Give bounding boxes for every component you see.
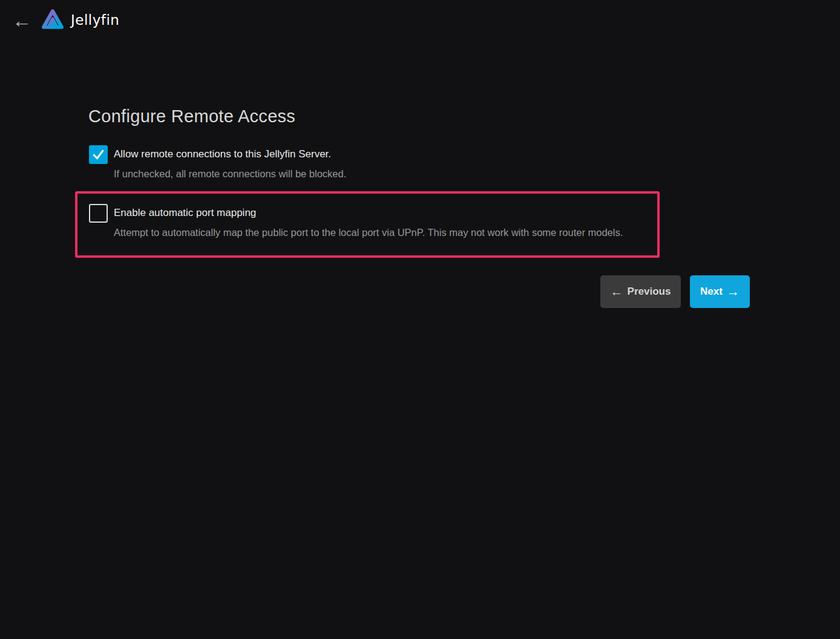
setup-wizard-page: ← Jellyfin Configure Remote Access: [0, 0, 840, 639]
highlight-annotation-box: Enable automatic port mapping Attempt to…: [75, 191, 660, 258]
arrow-right-icon: →: [727, 285, 740, 298]
allow-remote-connections-checkbox[interactable]: [89, 145, 108, 164]
jellyfin-logo-icon: [40, 5, 65, 34]
option-enable-port-mapping: Enable automatic port mapping Attempt to…: [89, 204, 623, 239]
option-allow-remote-connections: Allow remote connections to this Jellyfi…: [89, 145, 346, 180]
page-title: Configure Remote Access: [88, 106, 295, 126]
checkmark-icon: [92, 148, 105, 161]
option-label[interactable]: Enable automatic port mapping: [114, 206, 623, 220]
back-arrow-icon: ←: [12, 11, 31, 30]
app-name: Jellyfin: [71, 12, 119, 28]
header: ← Jellyfin: [0, 0, 840, 40]
option-texts: Allow remote connections to this Jellyfi…: [114, 145, 346, 180]
arrow-left-icon: ←: [611, 285, 623, 298]
back-button[interactable]: ←: [10, 8, 34, 33]
next-button-label: Next: [700, 286, 723, 298]
option-label[interactable]: Allow remote connections to this Jellyfi…: [114, 147, 346, 161]
previous-button[interactable]: ← Previous: [600, 275, 681, 308]
next-button[interactable]: Next →: [690, 275, 750, 308]
option-description: If unchecked, all remote connections wil…: [114, 167, 346, 180]
previous-button-label: Previous: [628, 286, 671, 298]
option-texts: Enable automatic port mapping Attempt to…: [114, 204, 623, 239]
enable-port-mapping-checkbox[interactable]: [89, 204, 108, 223]
option-description: Attempt to automatically map the public …: [114, 226, 623, 239]
jellyfin-logo: Jellyfin: [40, 5, 119, 34]
